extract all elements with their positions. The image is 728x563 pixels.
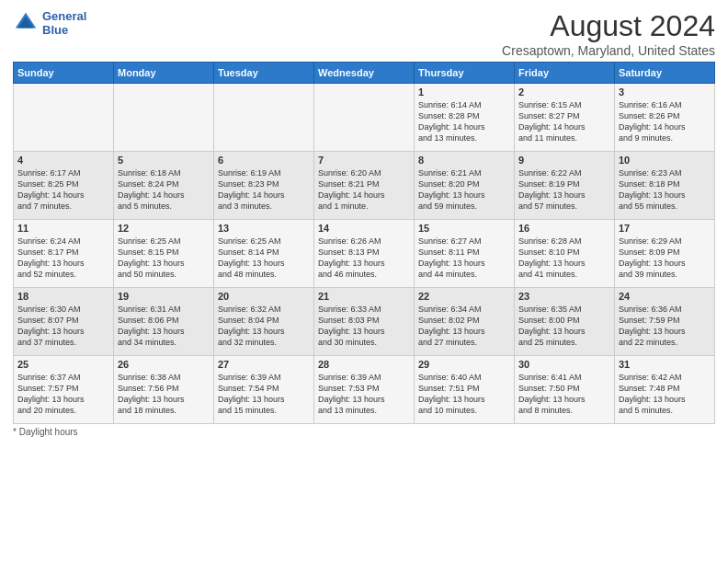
logo-icon bbox=[13, 10, 39, 36]
column-header-wednesday: Wednesday bbox=[314, 63, 415, 84]
calendar-cell: 13Sunrise: 6:25 AM Sunset: 8:14 PM Dayli… bbox=[214, 220, 314, 288]
calendar-cell: 8Sunrise: 6:21 AM Sunset: 8:20 PM Daylig… bbox=[415, 152, 515, 220]
day-info: Sunrise: 6:23 AM Sunset: 8:18 PM Dayligh… bbox=[619, 167, 711, 213]
calendar-cell: 17Sunrise: 6:29 AM Sunset: 8:09 PM Dayli… bbox=[615, 220, 715, 288]
calendar-cell: 14Sunrise: 6:26 AM Sunset: 8:13 PM Dayli… bbox=[314, 220, 415, 288]
day-number: 17 bbox=[619, 223, 711, 234]
day-info: Sunrise: 6:25 AM Sunset: 8:15 PM Dayligh… bbox=[118, 236, 210, 281]
day-info: Sunrise: 6:40 AM Sunset: 7:51 PM Dayligh… bbox=[418, 372, 510, 417]
calendar-cell bbox=[314, 84, 415, 152]
day-info: Sunrise: 6:34 AM Sunset: 8:02 PM Dayligh… bbox=[418, 304, 510, 349]
day-info: Sunrise: 6:39 AM Sunset: 7:54 PM Dayligh… bbox=[218, 372, 310, 417]
day-number: 27 bbox=[218, 359, 310, 370]
calendar-cell bbox=[14, 84, 114, 152]
calendar-cell: 31Sunrise: 6:42 AM Sunset: 7:48 PM Dayli… bbox=[615, 356, 715, 424]
day-info: Sunrise: 6:16 AM Sunset: 8:26 PM Dayligh… bbox=[619, 99, 711, 144]
day-number: 10 bbox=[619, 155, 711, 166]
day-number: 22 bbox=[418, 291, 510, 302]
calendar-cell: 21Sunrise: 6:33 AM Sunset: 8:03 PM Dayli… bbox=[314, 288, 415, 356]
column-header-monday: Monday bbox=[114, 63, 214, 84]
calendar-cell: 7Sunrise: 6:20 AM Sunset: 8:21 PM Daylig… bbox=[314, 152, 415, 220]
day-number: 12 bbox=[118, 223, 210, 234]
footer-note: * Daylight hours bbox=[13, 427, 715, 437]
day-info: Sunrise: 6:31 AM Sunset: 8:06 PM Dayligh… bbox=[118, 304, 210, 349]
calendar-cell: 15Sunrise: 6:27 AM Sunset: 8:11 PM Dayli… bbox=[415, 220, 515, 288]
day-number: 31 bbox=[619, 359, 711, 370]
day-info: Sunrise: 6:27 AM Sunset: 8:11 PM Dayligh… bbox=[418, 236, 510, 281]
day-number: 2 bbox=[518, 86, 610, 98]
day-number: 18 bbox=[17, 291, 109, 302]
header: General Blue August 2024 Cresaptown, Mar… bbox=[13, 9, 715, 58]
day-number: 11 bbox=[17, 223, 109, 234]
page-container: General Blue August 2024 Cresaptown, Mar… bbox=[0, 0, 728, 442]
day-number: 13 bbox=[218, 223, 310, 234]
day-info: Sunrise: 6:33 AM Sunset: 8:03 PM Dayligh… bbox=[318, 304, 410, 349]
day-info: Sunrise: 6:42 AM Sunset: 7:48 PM Dayligh… bbox=[619, 372, 711, 417]
calendar-cell: 5Sunrise: 6:18 AM Sunset: 8:24 PM Daylig… bbox=[114, 152, 214, 220]
calendar-cell: 23Sunrise: 6:35 AM Sunset: 8:00 PM Dayli… bbox=[515, 288, 615, 356]
day-info: Sunrise: 6:32 AM Sunset: 8:04 PM Dayligh… bbox=[218, 304, 310, 349]
day-info: Sunrise: 6:14 AM Sunset: 8:28 PM Dayligh… bbox=[418, 99, 510, 144]
day-number: 9 bbox=[518, 155, 610, 166]
daylight-label: Daylight hours bbox=[19, 427, 78, 437]
day-info: Sunrise: 6:26 AM Sunset: 8:13 PM Dayligh… bbox=[318, 236, 410, 281]
title-block: August 2024 Cresaptown, Maryland, United… bbox=[502, 9, 715, 58]
calendar-cell: 10Sunrise: 6:23 AM Sunset: 8:18 PM Dayli… bbox=[615, 152, 715, 220]
calendar-table: SundayMondayTuesdayWednesdayThursdayFrid… bbox=[13, 62, 715, 424]
day-info: Sunrise: 6:25 AM Sunset: 8:14 PM Dayligh… bbox=[218, 236, 310, 281]
main-title: August 2024 bbox=[502, 9, 715, 43]
calendar-week-row: 1Sunrise: 6:14 AM Sunset: 8:28 PM Daylig… bbox=[14, 84, 715, 152]
calendar-cell: 24Sunrise: 6:36 AM Sunset: 7:59 PM Dayli… bbox=[615, 288, 715, 356]
column-header-sunday: Sunday bbox=[14, 63, 114, 84]
day-info: Sunrise: 6:35 AM Sunset: 8:00 PM Dayligh… bbox=[518, 304, 610, 349]
calendar-cell: 18Sunrise: 6:30 AM Sunset: 8:07 PM Dayli… bbox=[14, 288, 114, 356]
calendar-cell: 2Sunrise: 6:15 AM Sunset: 8:27 PM Daylig… bbox=[515, 84, 615, 152]
calendar-week-row: 18Sunrise: 6:30 AM Sunset: 8:07 PM Dayli… bbox=[14, 288, 715, 356]
calendar-cell: 25Sunrise: 6:37 AM Sunset: 7:57 PM Dayli… bbox=[14, 356, 114, 424]
day-number: 5 bbox=[118, 155, 210, 166]
day-number: 24 bbox=[619, 291, 711, 302]
day-number: 29 bbox=[418, 359, 510, 370]
calendar-cell: 27Sunrise: 6:39 AM Sunset: 7:54 PM Dayli… bbox=[214, 356, 314, 424]
day-number: 21 bbox=[318, 291, 410, 302]
day-info: Sunrise: 6:29 AM Sunset: 8:09 PM Dayligh… bbox=[619, 236, 711, 281]
day-number: 19 bbox=[118, 291, 210, 302]
calendar-cell bbox=[214, 84, 314, 152]
calendar-cell: 26Sunrise: 6:38 AM Sunset: 7:56 PM Dayli… bbox=[114, 356, 214, 424]
day-info: Sunrise: 6:38 AM Sunset: 7:56 PM Dayligh… bbox=[118, 372, 210, 417]
day-info: Sunrise: 6:24 AM Sunset: 8:17 PM Dayligh… bbox=[17, 236, 109, 281]
calendar-cell: 4Sunrise: 6:17 AM Sunset: 8:25 PM Daylig… bbox=[14, 152, 114, 220]
logo-text: General Blue bbox=[42, 9, 86, 37]
calendar-cell: 16Sunrise: 6:28 AM Sunset: 8:10 PM Dayli… bbox=[515, 220, 615, 288]
column-header-friday: Friday bbox=[515, 63, 615, 84]
logo: General Blue bbox=[13, 9, 86, 37]
day-info: Sunrise: 6:30 AM Sunset: 8:07 PM Dayligh… bbox=[17, 304, 109, 349]
calendar-cell: 30Sunrise: 6:41 AM Sunset: 7:50 PM Dayli… bbox=[515, 356, 615, 424]
calendar-cell: 28Sunrise: 6:39 AM Sunset: 7:53 PM Dayli… bbox=[314, 356, 415, 424]
day-info: Sunrise: 6:36 AM Sunset: 7:59 PM Dayligh… bbox=[619, 304, 711, 349]
calendar-cell: 22Sunrise: 6:34 AM Sunset: 8:02 PM Dayli… bbox=[415, 288, 515, 356]
day-number: 23 bbox=[518, 291, 610, 302]
calendar-cell: 1Sunrise: 6:14 AM Sunset: 8:28 PM Daylig… bbox=[415, 84, 515, 152]
calendar-week-row: 25Sunrise: 6:37 AM Sunset: 7:57 PM Dayli… bbox=[14, 356, 715, 424]
day-number: 30 bbox=[518, 359, 610, 370]
day-number: 1 bbox=[418, 86, 510, 98]
calendar-cell: 20Sunrise: 6:32 AM Sunset: 8:04 PM Dayli… bbox=[214, 288, 314, 356]
day-info: Sunrise: 6:37 AM Sunset: 7:57 PM Dayligh… bbox=[17, 372, 109, 417]
day-info: Sunrise: 6:22 AM Sunset: 8:19 PM Dayligh… bbox=[518, 167, 610, 213]
day-number: 15 bbox=[418, 223, 510, 234]
day-number: 20 bbox=[218, 291, 310, 302]
calendar-week-row: 11Sunrise: 6:24 AM Sunset: 8:17 PM Dayli… bbox=[14, 220, 715, 288]
calendar-cell: 3Sunrise: 6:16 AM Sunset: 8:26 PM Daylig… bbox=[615, 84, 715, 152]
subtitle: Cresaptown, Maryland, United States bbox=[502, 43, 715, 58]
day-info: Sunrise: 6:41 AM Sunset: 7:50 PM Dayligh… bbox=[518, 372, 610, 417]
calendar-cell: 11Sunrise: 6:24 AM Sunset: 8:17 PM Dayli… bbox=[14, 220, 114, 288]
column-header-tuesday: Tuesday bbox=[214, 63, 314, 84]
column-header-saturday: Saturday bbox=[615, 63, 715, 84]
day-info: Sunrise: 6:39 AM Sunset: 7:53 PM Dayligh… bbox=[318, 372, 410, 417]
day-info: Sunrise: 6:28 AM Sunset: 8:10 PM Dayligh… bbox=[518, 236, 610, 281]
day-info: Sunrise: 6:20 AM Sunset: 8:21 PM Dayligh… bbox=[318, 167, 410, 213]
day-number: 6 bbox=[218, 155, 310, 166]
day-info: Sunrise: 6:18 AM Sunset: 8:24 PM Dayligh… bbox=[118, 167, 210, 213]
day-number: 7 bbox=[318, 155, 410, 166]
